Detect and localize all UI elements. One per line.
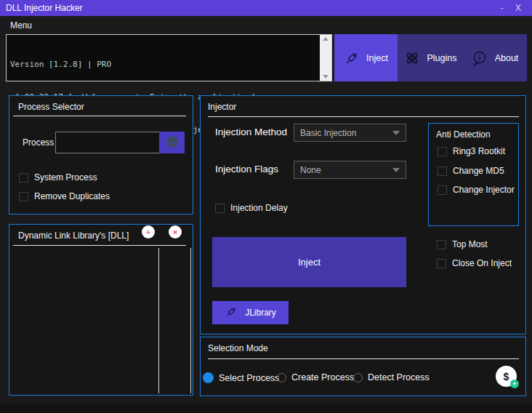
top-most-checkbox[interactable]: Top Most [437, 239, 488, 249]
nav-plugins-button[interactable]: Plugins [398, 34, 462, 81]
dropdown-value: None [300, 165, 392, 175]
dropdown-value: Basic Injection [300, 128, 392, 138]
injector-panel: Injector Injection Method Basic Injectio… [200, 95, 526, 334]
nav-inject-label: Inject [366, 53, 388, 63]
plus-icon: + [146, 228, 150, 236]
system-process-checkbox[interactable]: System Process [19, 172, 97, 183]
process-refresh-button[interactable] [159, 132, 185, 153]
dollar-icon: $ [504, 371, 509, 382]
checkbox-box [215, 204, 225, 213]
checkbox-box [437, 259, 446, 268]
dll-panel: Dynamic Link Library's [DLL] + × [9, 224, 193, 396]
plus-badge-icon: + [510, 380, 519, 388]
change-injector-checkbox[interactable]: Change Injector [438, 185, 515, 195]
chevron-down-icon [392, 168, 400, 172]
injector-title: Injector [208, 102, 236, 112]
checkbox-label: Ring3 Rootkit [453, 146, 505, 156]
syringe-icon [344, 50, 360, 66]
checkbox-label: Close On Inject [452, 258, 512, 268]
remove-duplicates-checkbox[interactable]: Remove Duplicates [19, 191, 110, 201]
chevron-down-icon [392, 131, 400, 135]
checkbox-box [438, 167, 447, 176]
menu-button[interactable]: Menu [0, 20, 42, 31]
injection-method-dropdown[interactable]: Basic Injection [294, 124, 406, 142]
injection-delay-checkbox[interactable]: Injection Delay [215, 203, 288, 213]
radio-unselected [353, 373, 363, 382]
checkbox-box [19, 192, 28, 201]
window-title: DLL Injector Hacker [6, 3, 494, 13]
menubar: Menu [0, 16, 532, 34]
process-selector-panel: Process Selector Process System Process … [9, 95, 193, 214]
checkbox-box [438, 185, 447, 195]
dll-remove-button[interactable]: × [169, 225, 182, 238]
donate-button[interactable]: $ + [496, 366, 517, 387]
checkbox-box [19, 173, 28, 183]
info-bubble-icon [471, 49, 488, 67]
window-bottom-edge [0, 404, 532, 413]
console-line: Version [1.2.8] | PRO [10, 59, 317, 70]
titlebar: DLL Injector Hacker - X [0, 0, 532, 16]
process-selector-title: Process Selector [18, 102, 84, 112]
divider [208, 358, 519, 359]
process-input[interactable] [55, 132, 159, 153]
anti-detection-title: Anti Detection [436, 129, 491, 140]
detect-process-radio[interactable]: Detect Process [353, 372, 430, 382]
scroll-down-icon[interactable] [323, 75, 329, 79]
close-on-inject-checkbox[interactable]: Close On Inject [437, 258, 512, 268]
change-md5-checkbox[interactable]: Change MD5 [438, 166, 504, 176]
radio-unselected [277, 373, 286, 382]
top-nav: Inject Plugins About [334, 34, 527, 81]
scroll-up-icon[interactable] [323, 37, 329, 41]
checkbox-label: Injection Delay [230, 203, 288, 213]
inject-button[interactable]: Inject [212, 237, 406, 287]
swirl-icon [165, 135, 180, 151]
checkbox-label: Change Injector [453, 185, 515, 195]
divider [13, 116, 186, 116]
syringe-icon [225, 305, 238, 321]
close-icon: × [173, 228, 177, 236]
checkbox-box [437, 240, 446, 249]
close-button[interactable]: X [510, 1, 526, 15]
console-scrollbar[interactable] [320, 35, 331, 81]
console-log: Version [1.2.8] | PRO [ 09:32:17 ] Welco… [6, 34, 332, 81]
checkbox-label: System Process [34, 172, 97, 183]
checkbox-label: Change MD5 [453, 166, 504, 176]
jlibrary-button[interactable]: JLibrary [212, 301, 289, 324]
checkbox-box [438, 147, 447, 156]
checkbox-label: Top Most [452, 239, 488, 249]
process-label: Process [23, 137, 54, 148]
nav-plugins-label: Plugins [427, 53, 457, 63]
nav-inject-button[interactable]: Inject [334, 34, 398, 81]
radio-label: Detect Process [368, 372, 430, 382]
divider [13, 245, 186, 246]
injection-flags-dropdown[interactable]: None [294, 161, 406, 179]
ring3-rootkit-checkbox[interactable]: Ring3 Rootkit [438, 146, 505, 156]
checkbox-label: Remove Duplicates [34, 191, 110, 201]
injection-method-label: Injection Method [215, 127, 287, 137]
create-process-radio[interactable]: Create Process [277, 372, 354, 382]
dll-add-button[interactable]: + [142, 225, 155, 238]
list-column-divider [190, 248, 191, 393]
list-column-divider [158, 248, 159, 393]
minimize-button[interactable]: - [494, 1, 510, 15]
nav-about-button[interactable]: About [462, 34, 527, 81]
radio-label: Create Process [291, 372, 354, 382]
nav-about-label: About [495, 53, 519, 63]
selection-mode-title: Selection Mode [208, 343, 268, 353]
dll-panel-title: Dynamic Link Library's [DLL] [18, 230, 129, 241]
jlibrary-label: JLibrary [245, 308, 276, 318]
anti-detection-panel: Anti Detection Ring3 Rootkit Change MD5 … [428, 123, 519, 226]
radio-selected [203, 372, 214, 383]
selection-mode-panel: Selection Mode Select Process Create Pro… [200, 337, 526, 396]
dll-list[interactable] [11, 248, 191, 392]
injection-flags-label: Injection Flags [215, 164, 278, 175]
plugins-knot-icon [403, 49, 421, 67]
divider [208, 116, 519, 117]
select-process-radio[interactable]: Select Process [203, 372, 279, 383]
radio-label: Select Process [219, 373, 279, 383]
